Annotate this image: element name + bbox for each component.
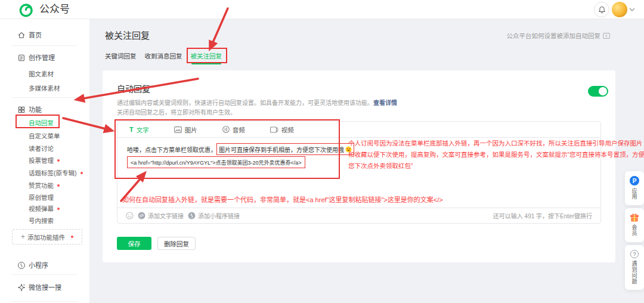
red-dot-badge [57, 159, 60, 162]
card-description-line2: 关闭自动回复之后，将立即对所有用户生效。 [117, 107, 236, 116]
sidebar-divider [12, 301, 78, 302]
sidebar-item-custom-menu[interactable]: 自定义菜单 [0, 131, 89, 141]
sidebar-item-wechat-search[interactable]: 微信搜一搜 [0, 282, 89, 293]
compose-icon [17, 54, 26, 62]
tab-followed-reply[interactable]: 被关注回复 [191, 51, 222, 60]
float-widget-help[interactable]: ? 遇到问题 [625, 245, 644, 290]
add-text-link-button[interactable]: 添加文字链接 [138, 211, 184, 220]
sidebar-item-media[interactable]: 多媒体素材 [0, 83, 89, 94]
sidebar-item-video-danmu[interactable]: 视频弹幕 [0, 203, 89, 214]
image-icon [174, 126, 182, 133]
page-title: 被关注回复 [105, 29, 150, 41]
link-icon [138, 212, 145, 219]
help-link[interactable]: 公众平台如何设置被添加自动回复 [507, 31, 611, 40]
auto-reply-card: 自动回复 通过编辑内容或关键词规则，快速进行自动回复设置。如具备开发能力，可更灵… [103, 70, 615, 262]
gift-icon [630, 213, 639, 222]
sparkle-search-icon [17, 283, 26, 292]
brand-title: 公众号 [39, 0, 70, 19]
reply-text-content[interactable]: 哈喽，点击下方菜单栏领取优惠，图片可直接保存到手机相册，方便您下次使用哦 [127, 143, 354, 155]
editor-tab-audio[interactable]: 音频 [222, 125, 245, 134]
text-icon: T [129, 126, 134, 133]
annotation-box-message-highlight: 图片可直接保存到手机相册，方便您下次使用哦 [216, 143, 354, 155]
editor-tab-video[interactable]: 视频 [270, 125, 294, 134]
red-dot-badge [57, 184, 60, 187]
sidebar-item-miniprogram[interactable]: 小程序 [0, 260, 89, 271]
float-widget-apps[interactable]: P 应用 [625, 171, 644, 205]
view-details-link[interactable]: 查看详情 [373, 100, 397, 106]
char-count: 还可以输入 491 字，按下Enter键换行 [493, 211, 592, 220]
grid-icon [17, 106, 26, 114]
sidebar-item-auto-reply[interactable]: 自动回复 [0, 118, 89, 128]
tab-message-reply[interactable]: 收到消息回复 [145, 51, 182, 60]
save-button[interactable]: 保存 [117, 237, 151, 250]
sidebar-item-voting[interactable]: 投票管理 [0, 155, 89, 166]
bell-icon [598, 6, 606, 14]
editor-content-tabs: T 文字 图片 音频 视频 [117, 122, 600, 138]
plus-icon: + [21, 233, 25, 241]
arrow-to-followed-tab [210, 41, 216, 49]
reply-type-tabs: 关键词回复 收到消息回复 被关注回复 [105, 51, 222, 60]
sidebar-item-original-management[interactable]: 原创管理 [0, 192, 89, 203]
miniprogram-icon [17, 261, 26, 270]
sidebar-item-appreciation[interactable]: 赞赏功能 [0, 180, 89, 191]
red-dot-badge [71, 236, 73, 238]
red-dot-badge [57, 208, 60, 210]
tab-keyword-reply[interactable]: 关键词回复 [105, 51, 137, 60]
sidebar-item-account-search[interactable]: 号内搜索 [0, 215, 89, 226]
chevron-down-icon[interactable] [629, 8, 635, 11]
sidebar-item-home[interactable]: 首页 [0, 30, 89, 41]
sidebar: 首页 创作管理 图文素材 多媒体素材 功能 自动回复 自定义菜单 读者讨论 投票… [0, 19, 89, 303]
card-title: 自动回复 [117, 82, 150, 94]
home-icon [17, 31, 26, 39]
audio-icon [222, 126, 230, 133]
account-avatar[interactable] [612, 2, 627, 17]
add-miniprogram-link-button[interactable]: 添加小程序链接 [188, 211, 240, 220]
sidebar-item-features[interactable]: 功能 [0, 104, 89, 115]
editor-tab-image[interactable]: 图片 [174, 125, 197, 134]
smiling-emoji-icon [345, 146, 352, 153]
sidebar-item-topic-tags[interactable]: 话题标签(原专辑) [0, 168, 89, 178]
video-tutorial-icon [603, 33, 610, 39]
editor-toolbar: 添加文字链接 添加小程序链接 还可以输入 491 字，按下Enter键换行 [117, 208, 600, 223]
video-icon [270, 126, 278, 133]
card-description-line1: 通过编辑内容或关键词规则，快速进行自动回复设置。如具备开发能力，可更灵活地使用该… [117, 98, 397, 107]
notification-bell-button[interactable] [594, 2, 609, 17]
sidebar-divider [12, 45, 78, 46]
reply-editor: T 文字 图片 音频 视频 哈喽，点击下方菜单栏领取优惠，图片可直接保存到手机相… [117, 121, 601, 224]
float-widget-member[interactable]: 会员 [625, 208, 644, 242]
reply-link-code[interactable]: <a href="http://dpurl.cn/Y9AYGYL">点击领取美团… [127, 156, 305, 168]
editor-tab-text[interactable]: T 文字 [129, 125, 149, 134]
red-dot-badge [80, 172, 83, 174]
add-plugin-button[interactable]: + 添加功能插件 [12, 229, 82, 245]
sidebar-item-articles[interactable]: 图文素材 [0, 69, 89, 79]
auto-reply-toggle[interactable] [588, 86, 608, 97]
question-icon: ? [630, 250, 639, 258]
sidebar-item-reader-discussion[interactable]: 读者讨论 [0, 143, 89, 154]
sidebar-divider [12, 274, 78, 275]
top-bar: 公众号 [0, 0, 644, 19]
miniprogram-link-icon [188, 212, 196, 219]
delete-reply-button[interactable]: 删除回复 [157, 237, 196, 250]
emoji-button[interactable] [126, 212, 134, 219]
sidebar-item-creation[interactable]: 创作管理 [0, 52, 89, 63]
apps-icon: P [630, 176, 639, 185]
sidebar-divider [12, 97, 78, 98]
official-account-logo-icon [18, 2, 33, 17]
